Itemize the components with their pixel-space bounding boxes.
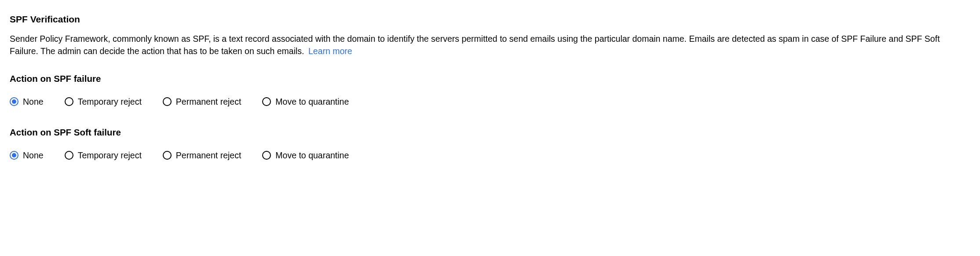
radio-label: Move to quarantine — [275, 149, 349, 162]
radio-icon — [10, 151, 18, 160]
radio-dot-icon — [12, 153, 16, 157]
radio-icon — [10, 97, 18, 106]
learn-more-link[interactable]: Learn more — [308, 46, 352, 56]
spf-failure-option-permanent-reject[interactable]: Permanent reject — [163, 95, 241, 108]
spf-soft-failure-option-permanent-reject[interactable]: Permanent reject — [163, 149, 241, 162]
spf-soft-failure-option-none[interactable]: None — [10, 149, 44, 162]
radio-label: Temporary reject — [78, 95, 142, 108]
spf-soft-failure-option-move-to-quarantine[interactable]: Move to quarantine — [262, 149, 349, 162]
section-description: Sender Policy Framework, commonly known … — [10, 34, 940, 56]
spf-soft-failure-option-temporary-reject[interactable]: Temporary reject — [65, 149, 142, 162]
radio-icon — [163, 97, 172, 106]
spf-failure-radio-group: None Temporary reject Permanent reject M… — [10, 95, 970, 108]
radio-icon — [262, 151, 271, 160]
section-description-container: Sender Policy Framework, commonly known … — [10, 33, 970, 58]
spf-failure-option-temporary-reject[interactable]: Temporary reject — [65, 95, 142, 108]
radio-icon — [65, 151, 73, 160]
radio-icon — [262, 97, 271, 106]
radio-label: Permanent reject — [176, 95, 241, 108]
radio-label: Permanent reject — [176, 149, 241, 162]
radio-label: None — [23, 149, 44, 162]
spf-failure-option-none[interactable]: None — [10, 95, 44, 108]
spf-failure-option-move-to-quarantine[interactable]: Move to quarantine — [262, 95, 349, 108]
section-title: SPF Verification — [10, 12, 970, 26]
spf-soft-failure-radio-group: None Temporary reject Permanent reject M… — [10, 149, 970, 162]
radio-label: None — [23, 95, 44, 108]
radio-dot-icon — [12, 99, 16, 104]
spf-failure-title: Action on SPF failure — [10, 72, 970, 86]
radio-label: Temporary reject — [78, 149, 142, 162]
radio-icon — [163, 151, 172, 160]
spf-soft-failure-title: Action on SPF Soft failure — [10, 126, 970, 139]
radio-icon — [65, 97, 73, 106]
radio-label: Move to quarantine — [275, 95, 349, 108]
